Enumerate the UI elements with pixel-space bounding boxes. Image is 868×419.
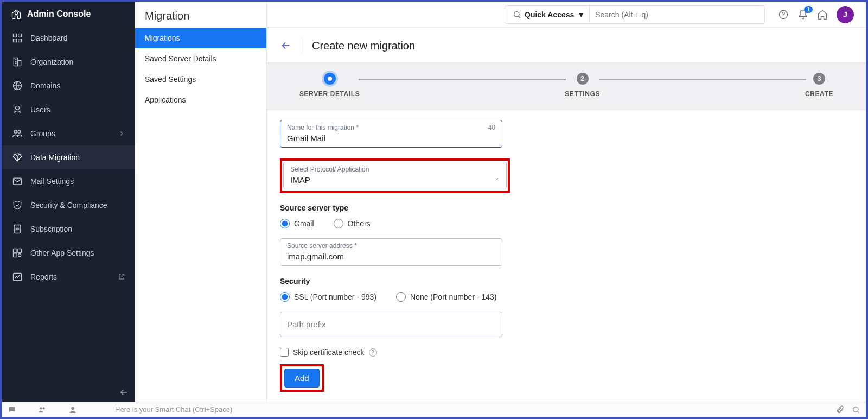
radio-ssl[interactable]: SSL (Port number - 993) xyxy=(280,292,376,302)
svg-rect-3 xyxy=(14,39,17,42)
document-icon xyxy=(12,224,23,234)
content: Quick Access ▼ J Create new migration xyxy=(267,2,866,402)
search-icon xyxy=(513,10,521,19)
stepper: SERVER DETAILS 2 SETTINGS 3 CREATE xyxy=(267,62,866,110)
path-prefix-input[interactable] xyxy=(287,320,495,329)
notifications-icon[interactable] xyxy=(797,9,808,20)
home-icon[interactable] xyxy=(817,9,828,20)
caret-down-icon: ▼ xyxy=(577,10,585,19)
page-title: Create new migration xyxy=(312,40,415,52)
contacts-icon[interactable] xyxy=(38,405,47,414)
attachment-icon[interactable] xyxy=(835,405,844,414)
step-settings[interactable]: 2 SETTINGS xyxy=(565,73,600,98)
svg-point-23 xyxy=(853,407,858,411)
quick-access-dropdown[interactable]: Quick Access ▼ xyxy=(508,6,590,23)
highlight-protocol: Select Protocol/ Application ⌄ xyxy=(280,158,510,193)
subpanel-item-saved-server-details[interactable]: Saved Server Details xyxy=(135,48,266,69)
char-counter: 40 xyxy=(488,124,495,131)
step-line xyxy=(599,79,806,80)
svg-rect-15 xyxy=(14,253,17,257)
step-server-details[interactable]: SERVER DETAILS xyxy=(299,73,360,98)
sidebar-item-security[interactable]: Security & Compliance xyxy=(2,193,135,217)
help-icon[interactable] xyxy=(778,9,789,20)
radio-gmail[interactable]: Gmail xyxy=(280,219,314,228)
protocol-field[interactable]: Select Protocol/ Application ⌄ xyxy=(283,162,507,189)
quick-access-label: Quick Access xyxy=(525,10,574,19)
sidebar-item-other-app-settings[interactable]: Other App Settings xyxy=(2,241,135,265)
back-button[interactable] xyxy=(280,40,292,52)
sidebar-item-label: Organization xyxy=(30,58,73,66)
migration-name-field[interactable]: Name for this migration * 40 xyxy=(280,120,502,148)
help-tooltip-icon[interactable]: ? xyxy=(369,348,377,357)
sidebar-item-users[interactable]: Users xyxy=(2,98,135,122)
radio-gmail-input[interactable] xyxy=(280,219,290,228)
sidebar-item-organization[interactable]: Organization xyxy=(2,50,135,74)
svg-point-22 xyxy=(71,407,74,409)
user-icon xyxy=(12,104,23,115)
skip-cert-label: Skip certificate check xyxy=(293,348,365,357)
add-button[interactable]: Add xyxy=(284,369,320,388)
radio-none-label: None (Port number - 143) xyxy=(410,293,497,301)
sidebar-item-label: Dashboard xyxy=(30,34,68,42)
sidebar-item-label: Users xyxy=(30,105,50,114)
svg-point-10 xyxy=(18,130,21,133)
subpanel-item-saved-settings[interactable]: Saved Settings xyxy=(135,69,266,90)
sidebar-item-mail-settings[interactable]: Mail Settings xyxy=(2,169,135,193)
logo-icon xyxy=(11,9,22,20)
bottombar: Here is your Smart Chat (Ctrl+Space) xyxy=(2,402,866,417)
building-icon xyxy=(12,56,23,67)
user-avatar[interactable]: J xyxy=(837,6,854,23)
sidebar-item-label: Reports xyxy=(30,272,57,281)
profile-icon[interactable] xyxy=(68,405,77,414)
step-line xyxy=(359,79,566,80)
sidebar-item-data-migration[interactable]: Data Migration xyxy=(2,145,135,169)
svg-rect-1 xyxy=(14,34,17,37)
source-address-field[interactable]: Source server address * xyxy=(280,238,502,266)
svg-point-16 xyxy=(18,254,21,257)
subpanel-item-migrations[interactable]: Migrations xyxy=(135,28,266,48)
sidebar-item-domains[interactable]: Domains xyxy=(2,74,135,98)
sidebar-item-label: Domains xyxy=(30,81,60,90)
svg-point-8 xyxy=(16,106,20,110)
svg-rect-4 xyxy=(18,39,22,42)
radio-ssl-label: SSL (Port number - 993) xyxy=(294,293,376,301)
zoom-icon[interactable] xyxy=(852,405,860,414)
skip-cert-checkbox[interactable] xyxy=(280,348,289,357)
radio-others-input[interactable] xyxy=(334,219,343,228)
svg-rect-14 xyxy=(18,249,22,253)
svg-rect-11 xyxy=(14,178,22,185)
page-head: Create new migration xyxy=(267,28,866,62)
divider xyxy=(302,39,302,53)
sidebar-item-label: Other App Settings xyxy=(30,249,94,257)
svg-point-9 xyxy=(14,130,17,133)
sidebar-item-dashboard[interactable]: Dashboard xyxy=(2,26,135,50)
svg-rect-13 xyxy=(14,249,17,253)
sidebar-item-label: Subscription xyxy=(30,225,72,233)
source-address-label: Source server address * xyxy=(287,242,357,250)
dashboard-icon xyxy=(12,33,23,43)
smartchat-hint[interactable]: Here is your Smart Chat (Ctrl+Space) xyxy=(115,405,232,414)
globe-icon xyxy=(12,80,23,91)
radio-gmail-label: Gmail xyxy=(294,219,314,228)
radio-others[interactable]: Others xyxy=(334,219,371,228)
sidebar-item-reports[interactable]: Reports xyxy=(2,265,135,289)
chevron-right-icon xyxy=(118,130,125,137)
sidebar-item-groups[interactable]: Groups xyxy=(2,122,135,145)
security-label: Security xyxy=(280,277,764,285)
path-prefix-field[interactable] xyxy=(280,312,502,337)
subpanel-item-applications[interactable]: Applications xyxy=(135,90,266,110)
collapse-sidebar-icon[interactable] xyxy=(119,388,129,397)
chat-icon[interactable] xyxy=(8,405,16,414)
global-search-input[interactable] xyxy=(590,10,761,19)
topbar: Quick Access ▼ J xyxy=(267,2,866,28)
form: Name for this migration * 40 Select Prot… xyxy=(267,110,777,398)
radio-ssl-input[interactable] xyxy=(280,292,290,302)
svg-point-21 xyxy=(43,407,45,409)
sidebar-item-subscription[interactable]: Subscription xyxy=(2,217,135,241)
migration-icon xyxy=(12,152,23,163)
svg-rect-2 xyxy=(18,34,22,37)
radio-none-input[interactable] xyxy=(396,292,406,302)
radio-none[interactable]: None (Port number - 143) xyxy=(396,292,497,302)
svg-rect-6 xyxy=(18,61,21,66)
step-create[interactable]: 3 CREATE xyxy=(805,73,833,98)
